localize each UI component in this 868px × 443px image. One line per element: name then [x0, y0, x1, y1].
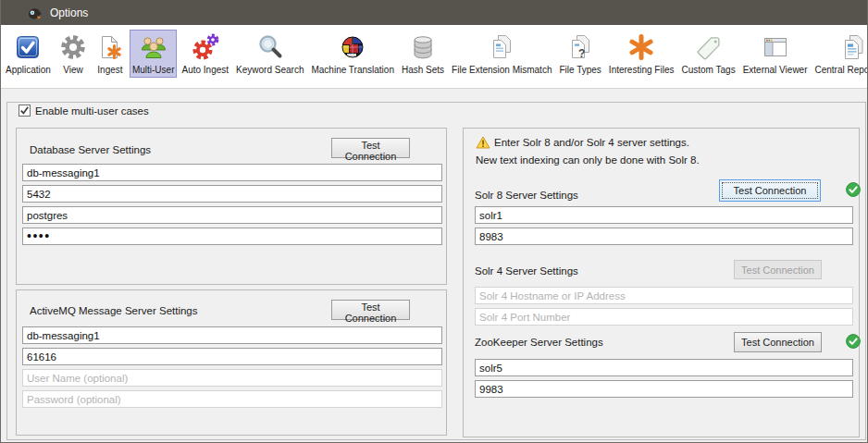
toolbar-item-central-repository[interactable]: Central Repository — [812, 30, 868, 78]
solr4-port-input[interactable] — [475, 308, 853, 326]
svg-text:?: ? — [578, 47, 585, 60]
zookeeper-settings-title: ZooKeeper Server Settings — [475, 337, 603, 348]
file-extension-mismatch-icon — [487, 32, 516, 62]
solr8-host-input[interactable] — [475, 206, 853, 224]
toolbar-item-label: Machine Translation — [311, 65, 394, 75]
activemq-password-input[interactable] — [22, 390, 442, 408]
toolbar-item-file-types[interactable]: ? File Types — [556, 30, 603, 78]
enable-multi-user-checkbox[interactable] — [19, 105, 31, 117]
solr8-port-input[interactable] — [475, 228, 853, 245]
keyword-search-icon — [255, 32, 285, 62]
solr4-settings-title: Solr 4 Server Settings — [475, 265, 578, 277]
interesting-files-icon — [626, 32, 656, 62]
toolbar-item-external-viewer[interactable]: External Viewer — [740, 30, 811, 78]
toolbar-item-machine-translation[interactable]: Machine Translation — [308, 30, 397, 78]
application-icon — [13, 32, 43, 62]
zookeeper-connection-ok-icon — [846, 334, 861, 352]
toolbar-item-label: Hash Sets — [402, 65, 444, 75]
titlebar[interactable]: Options — [0, 0, 868, 25]
solr-warning-line1: Enter Solr 8 and/or Solr 4 server settin… — [494, 137, 689, 148]
ingest-icon — [95, 32, 125, 62]
file-types-icon: ? — [565, 32, 595, 62]
options-window: Options Application View Ingest Mul — [0, 0, 868, 443]
enable-multi-user-row[interactable]: Enable multi-user cases — [19, 105, 149, 117]
check-mark-icon — [19, 105, 30, 116]
toolbar-item-label: Ingest — [97, 65, 122, 75]
database-test-connection-button[interactable]: Test Connection — [331, 138, 410, 158]
warning-icon — [476, 136, 490, 153]
toolbar-item-interesting-files[interactable]: Interesting Files — [606, 30, 677, 78]
toolbar-item-auto-ingest[interactable]: Auto Ingest — [179, 30, 231, 78]
toolbar-item-custom-tags[interactable]: Custom Tags — [678, 30, 738, 78]
solr8-test-connection-button[interactable]: Test Connection — [719, 179, 821, 202]
toolbar-item-multi-user[interactable]: Multi-User — [130, 30, 178, 78]
database-password-input[interactable] — [22, 228, 442, 245]
toolbar-item-label: Keyword Search — [236, 65, 304, 75]
view-icon — [58, 32, 88, 62]
activemq-host-input[interactable] — [22, 326, 442, 344]
activemq-test-connection-button[interactable]: Test Connection — [331, 300, 410, 320]
window-title: Options — [50, 6, 88, 19]
toolbar-item-label: File Types — [559, 65, 601, 75]
database-port-input[interactable] — [22, 185, 442, 203]
zookeeper-host-input[interactable] — [475, 359, 853, 376]
toolbar-item-view[interactable]: View — [56, 30, 91, 78]
toolbar-item-label: Multi-User — [132, 65, 175, 75]
toolbar-item-ingest[interactable]: Ingest — [93, 30, 128, 78]
toolbar-item-application[interactable]: Application — [3, 30, 54, 78]
app-logo-icon — [27, 5, 43, 20]
toolbar-item-label: External Viewer — [743, 65, 808, 75]
multi-user-icon — [139, 32, 168, 62]
toolbar-item-label: Custom Tags — [681, 65, 735, 75]
solr4-test-connection-button[interactable]: Test Connection — [734, 260, 822, 279]
solr-warning-line2: New text indexing can only be done with … — [476, 154, 700, 166]
solr8-connection-ok-icon — [846, 182, 861, 201]
machine-translation-icon — [338, 32, 367, 62]
external-viewer-icon — [761, 32, 790, 62]
toolbar-item-label: View — [63, 65, 83, 75]
options-toolbar: Application View Ingest Multi-User Auto — [0, 25, 868, 89]
toolbar-item-label: Central Repository — [815, 65, 868, 75]
toolbar-item-hash-sets[interactable]: Hash Sets — [399, 30, 447, 78]
auto-ingest-icon — [191, 32, 220, 62]
activemq-username-input[interactable] — [22, 369, 442, 387]
toolbar-item-file-extension-mismatch[interactable]: File Extension Mismatch — [449, 30, 554, 78]
toolbar-item-label: Interesting Files — [609, 65, 675, 75]
toolbar-item-label: Auto Ingest — [181, 65, 229, 75]
database-username-input[interactable] — [22, 206, 442, 224]
toolbar-item-label: Application — [6, 65, 51, 75]
activemq-settings-title: ActiveMQ Message Server Settings — [30, 305, 198, 316]
zookeeper-test-connection-button[interactable]: Test Connection — [734, 332, 822, 352]
toolbar-item-keyword-search[interactable]: Keyword Search — [233, 30, 306, 78]
enable-multi-user-label: Enable multi-user cases — [35, 105, 149, 117]
toolbar-item-label: File Extension Mismatch — [452, 65, 552, 75]
solr4-host-input[interactable] — [475, 287, 853, 304]
database-host-input[interactable] — [22, 164, 442, 181]
zookeeper-port-input[interactable] — [475, 380, 853, 398]
activemq-port-input[interactable] — [22, 348, 442, 365]
custom-tags-icon — [694, 32, 724, 62]
hash-sets-icon — [408, 32, 438, 62]
central-repository-icon — [838, 32, 868, 62]
database-settings-title: Database Server Settings — [30, 144, 151, 155]
solr8-settings-title: Solr 8 Server Settings — [475, 190, 578, 201]
